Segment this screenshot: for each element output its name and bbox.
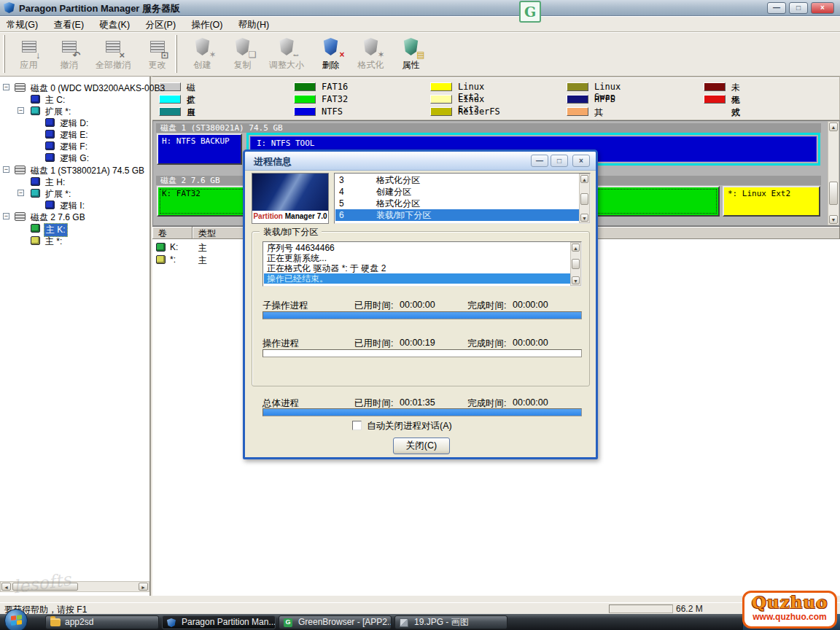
partition-h-ntfs[interactable]: H: NTFS BACKUP bbox=[157, 133, 242, 165]
autoclose-checkbox[interactable] bbox=[352, 421, 362, 430]
menu-general[interactable]: 常规(G) bbox=[0, 16, 44, 32]
filesystem-legend: 磁盘 扩展 自由 FAT16 FAT32 NTFS Linux Ext2 Lin… bbox=[152, 77, 840, 120]
copy-icon: ❏ bbox=[232, 36, 254, 58]
partition-icon bbox=[45, 141, 55, 150]
expander-icon[interactable]: − bbox=[3, 166, 9, 173]
scroll-down-icon[interactable]: ▼ bbox=[580, 214, 588, 222]
dialog-title: 进程信息 bbox=[254, 155, 292, 168]
close-button[interactable]: × bbox=[811, 2, 834, 14]
dialog-minimize-button[interactable]: — bbox=[531, 155, 548, 167]
disk1-header: 磁盘 1 (ST380021A) 74.5 GB bbox=[156, 123, 821, 133]
subop-progress-label: 子操作进程 bbox=[262, 300, 308, 312]
menu-partition[interactable]: 分区(P) bbox=[139, 16, 182, 32]
legend-swatch-ext2 bbox=[430, 82, 452, 91]
apply-icon: ↓ bbox=[18, 36, 40, 58]
expander-icon[interactable]: − bbox=[18, 107, 24, 114]
group-box-label: 装载/卸下分区 bbox=[260, 226, 322, 238]
legend-swatch-ext3 bbox=[430, 95, 452, 104]
partition-icon bbox=[31, 95, 40, 104]
column-header-volume[interactable]: 卷 bbox=[152, 227, 192, 239]
delete-button[interactable]: × 删除 bbox=[311, 34, 351, 74]
total-progress-bar bbox=[262, 408, 582, 416]
legend-swatch-invalid bbox=[704, 95, 726, 104]
partition-icon bbox=[45, 153, 55, 162]
resize-icon: ⇔ bbox=[276, 36, 298, 58]
format-button[interactable]: ✶ 格式化 bbox=[351, 34, 391, 74]
volume-icon bbox=[156, 243, 166, 252]
restore-button[interactable]: □ bbox=[789, 2, 808, 14]
create-button[interactable]: ✶ 创建 bbox=[182, 34, 222, 74]
dialog-restore-button[interactable]: □ bbox=[551, 155, 568, 167]
taskbar-button-paint[interactable]: 19.JPG - 画图 bbox=[394, 615, 508, 629]
legend-swatch-fat16 bbox=[294, 82, 316, 91]
paint-icon bbox=[400, 618, 408, 627]
close-dialog-button[interactable]: 关闭(C) bbox=[393, 438, 450, 454]
operation-item-selected[interactable]: 6装载/卸下分区 bbox=[335, 209, 579, 221]
scroll-up-icon[interactable]: ▲ bbox=[580, 175, 588, 183]
operation-item[interactable]: 4创建分区 bbox=[335, 186, 579, 198]
log-scrollbar[interactable]: ▲ ▼ bbox=[570, 242, 581, 286]
changes-button[interactable]: ⊡ 更改 bbox=[137, 34, 177, 74]
menu-bar: 常规(G) 查看(E) 硬盘(K) 分区(P) 操作(O) 帮助(H) bbox=[0, 16, 840, 32]
log-line: 序列号 44634466 bbox=[264, 243, 570, 253]
resize-button[interactable]: ⇔ 调整大小 bbox=[262, 34, 311, 74]
expander-icon[interactable]: − bbox=[3, 213, 9, 219]
properties-button[interactable]: ▤ 属性 bbox=[391, 34, 431, 74]
scroll-right-icon[interactable]: ► bbox=[139, 583, 148, 591]
toolbar-separator bbox=[175, 35, 177, 73]
disk-tree-panel: − 磁盘 0 (WDC WD3200AAKS-00B3 主 C: − 扩展 *:… bbox=[0, 77, 151, 596]
taskbar-button-greenbrowser[interactable]: G GreenBrowser - [APP2... bbox=[279, 615, 392, 629]
menu-view[interactable]: 查看(E) bbox=[47, 16, 90, 32]
disk-icon bbox=[15, 212, 26, 221]
operation-log[interactable]: 序列号 44634466 正在更新系统... 正在格式化 驱动器 *: 于 硬盘… bbox=[262, 241, 582, 287]
apply-button[interactable]: ↓ 应用 bbox=[9, 34, 49, 74]
greenbrowser-g-icon[interactable]: G bbox=[519, 1, 541, 23]
scroll-thumb[interactable] bbox=[829, 182, 838, 205]
minimize-button[interactable]: — bbox=[767, 2, 786, 14]
brand-text: Partition Manager 7.0 bbox=[252, 211, 328, 223]
start-button[interactable] bbox=[4, 609, 28, 630]
dialog-close-button[interactable]: × bbox=[572, 155, 590, 167]
oplist-scrollbar[interactable]: ▲ ▼ bbox=[579, 174, 590, 223]
scroll-up-icon[interactable]: ▲ bbox=[829, 122, 838, 131]
disk-icon bbox=[15, 166, 26, 174]
taskbar-button-app2sd[interactable]: app2sd bbox=[45, 615, 159, 629]
column-header-type[interactable]: 类型 bbox=[192, 227, 249, 239]
log-line: 正在格式化 驱动器 *: 于 硬盘 2 bbox=[264, 263, 570, 273]
partition-icon bbox=[45, 130, 55, 139]
scroll-thumb[interactable] bbox=[572, 259, 580, 269]
scroll-down-icon[interactable]: ▼ bbox=[572, 276, 580, 284]
undo-all-button[interactable]: × 全部撤消 bbox=[89, 34, 137, 74]
partition-icon bbox=[31, 224, 40, 233]
legend-swatch-fat32 bbox=[294, 95, 316, 104]
scroll-up-icon[interactable]: ▲ bbox=[572, 244, 580, 252]
undo-all-icon: × bbox=[102, 36, 124, 58]
op-progress-bar bbox=[262, 349, 582, 357]
undo-icon: ↶ bbox=[58, 36, 80, 58]
taskbar-button-paragon[interactable]: Paragon Partition Man... bbox=[162, 615, 276, 629]
brand-image bbox=[252, 174, 328, 211]
expander-icon[interactable]: − bbox=[18, 190, 24, 196]
partition-star-ext2[interactable]: *: Linux Ext2 bbox=[723, 186, 820, 217]
copy-button[interactable]: ❏ 复制 bbox=[222, 34, 262, 74]
operation-item[interactable]: 5格式化分区 bbox=[335, 198, 579, 209]
dialog-title-bar[interactable]: 进程信息 — □ × bbox=[245, 152, 596, 171]
menu-harddisk[interactable]: 硬盘(K) bbox=[93, 16, 136, 32]
progress-dialog: 进程信息 — □ × Partition Manager 7.0 3格式化分区 … bbox=[243, 149, 598, 459]
partition-icon bbox=[45, 118, 55, 127]
scroll-down-icon[interactable]: ▼ bbox=[829, 215, 838, 224]
legend-swatch-free bbox=[159, 107, 181, 116]
operation-list[interactable]: 3格式化分区 4创建分区 5格式化分区 6装载/卸下分区 ▲ ▼ bbox=[334, 173, 591, 224]
scroll-left-icon[interactable]: ◄ bbox=[1, 583, 11, 591]
operation-item[interactable]: 3格式化分区 bbox=[335, 174, 579, 186]
expander-icon[interactable]: − bbox=[3, 84, 9, 90]
status-panel bbox=[609, 604, 673, 613]
op-progress-label: 操作进程 bbox=[262, 338, 299, 350]
menu-help[interactable]: 帮助(H) bbox=[232, 16, 276, 32]
undo-button[interactable]: ↶ 撤消 bbox=[49, 34, 89, 74]
menu-operation[interactable]: 操作(O) bbox=[184, 16, 229, 32]
window-title: Paragon Partition Manager 服务器版 bbox=[19, 2, 180, 15]
format-icon: ✶ bbox=[360, 36, 382, 58]
scroll-thumb[interactable] bbox=[580, 193, 588, 205]
diskmap-vscrollbar[interactable]: ▲ ▼ bbox=[828, 121, 839, 225]
